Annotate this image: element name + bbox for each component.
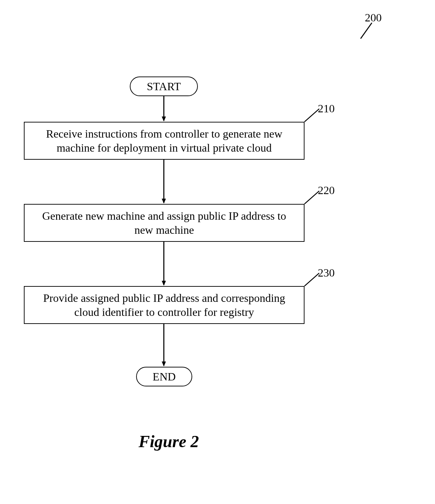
figure-reference-200: 200	[365, 11, 382, 24]
process-step-220: Generate new machine and assign public I…	[24, 204, 304, 242]
figure-caption: Figure 2	[139, 432, 199, 451]
svg-line-6	[304, 109, 319, 122]
svg-line-0	[361, 23, 372, 39]
ref-label-220: 220	[318, 184, 335, 197]
process-step-210: Receive instructions from controller to …	[24, 122, 304, 160]
process-step-220-text: Generate new machine and assign public I…	[32, 209, 297, 237]
process-step-230-text: Provide assigned public IP address and c…	[32, 291, 297, 319]
end-label: END	[153, 370, 176, 383]
process-step-210-text: Receive instructions from controller to …	[32, 127, 297, 155]
end-terminal: END	[136, 367, 192, 386]
flow-arrows	[0, 0, 435, 504]
ref-label-210: 210	[318, 102, 335, 115]
ref-label-230: 230	[318, 266, 335, 279]
figure-tick-200	[0, 0, 435, 504]
start-terminal: START	[130, 77, 198, 96]
process-step-230: Provide assigned public IP address and c…	[24, 286, 304, 324]
svg-line-7	[304, 191, 319, 204]
start-label: START	[147, 80, 181, 93]
svg-line-8	[304, 273, 319, 286]
